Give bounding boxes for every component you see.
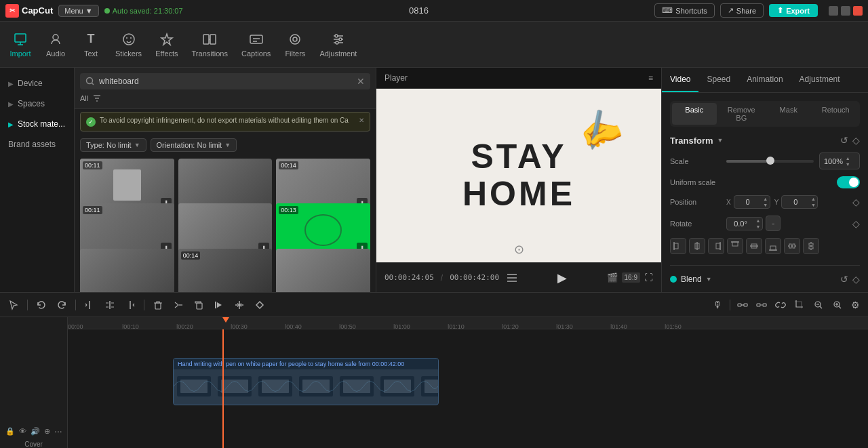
timeline-zoom-out-button[interactable]: [810, 298, 827, 312]
scale-down-button[interactable]: ▼: [844, 161, 851, 167]
video-thumb-9[interactable]: [276, 249, 370, 292]
tool-text[interactable]: T Text: [73, 28, 108, 62]
undo-button[interactable]: [33, 298, 50, 312]
pos-y-up[interactable]: ▲: [809, 196, 817, 202]
track-lock-icon[interactable]: 🔒: [5, 426, 15, 436]
align-distribute-v-button[interactable]: [803, 238, 819, 254]
maximize-button[interactable]: [841, 6, 850, 16]
keyframe-button[interactable]: [252, 298, 268, 312]
shortcuts-button[interactable]: ⌨ Shortcuts: [654, 3, 714, 18]
warning-close-button[interactable]: ✕: [359, 117, 364, 124]
align-left-button[interactable]: [670, 238, 686, 254]
timeline-link-button[interactable]: [772, 298, 789, 312]
blend-reset-button[interactable]: ↺: [840, 274, 848, 285]
timeline-connect-button[interactable]: [734, 298, 751, 312]
tab-animation[interactable]: Animation: [738, 68, 791, 92]
select-tool-button[interactable]: [5, 298, 22, 312]
nav-spaces[interactable]: ▶ Spaces: [0, 94, 74, 114]
export-button[interactable]: ⬆ Export: [769, 4, 818, 17]
align-center-v-button[interactable]: [746, 238, 762, 254]
tool-filters[interactable]: Filters: [277, 28, 313, 62]
tab-video[interactable]: Video: [662, 68, 698, 92]
player-menu-button[interactable]: ≡: [648, 73, 653, 83]
orientation-filter[interactable]: Orientation: No limit ▼: [151, 138, 237, 152]
position-x-input[interactable]: ▲ ▼: [734, 195, 770, 209]
align-top-button[interactable]: [727, 238, 743, 254]
tab-speed[interactable]: Speed: [698, 68, 738, 92]
delete-button[interactable]: [150, 298, 166, 312]
split-prev-button[interactable]: [81, 298, 98, 312]
timeline-unlink-button[interactable]: [753, 298, 770, 312]
type-filter[interactable]: Type: No limit ▼: [80, 138, 146, 152]
sub-tab-basic[interactable]: Basic: [672, 103, 717, 125]
tool-audio[interactable]: Audio: [38, 28, 73, 62]
track-visibility-icon[interactable]: 👁: [19, 426, 26, 436]
play-from-here-button[interactable]: [211, 298, 227, 312]
align-distribute-h-button[interactable]: [784, 238, 800, 254]
transform-diamond-button[interactable]: ◇: [852, 135, 860, 146]
warning-text: To avoid copyright infringement, do not …: [100, 117, 349, 124]
pip-button[interactable]: 🎬: [607, 272, 618, 283]
redo-button[interactable]: [54, 298, 70, 312]
tool-import[interactable]: Import: [3, 28, 38, 62]
rotate-down[interactable]: ▼: [754, 224, 762, 230]
crop-button[interactable]: [791, 298, 808, 312]
play-button[interactable]: ▶: [557, 270, 567, 285]
timeline-settings-button[interactable]: ⚙: [848, 298, 863, 312]
tool-stickers[interactable]: Stickers: [108, 28, 149, 62]
freeze-button[interactable]: [231, 298, 248, 312]
position-diamond-button[interactable]: ◇: [852, 197, 860, 207]
align-bottom-button[interactable]: [765, 238, 781, 254]
track-add-icon[interactable]: ⊕: [44, 426, 50, 436]
rotate-input[interactable]: ▲ ▼: [726, 217, 763, 230]
tab-adjustment[interactable]: Adjustment: [791, 68, 848, 92]
rotate-up[interactable]: ▲: [754, 218, 762, 224]
tool-adjustment[interactable]: Adjustment: [313, 28, 363, 62]
scale-value[interactable]: 100% ▲ ▼: [819, 152, 860, 169]
search-clear-button[interactable]: ✕: [357, 76, 365, 87]
timeline-icon[interactable]: [506, 272, 518, 284]
search-input[interactable]: [99, 77, 353, 86]
video-thumb-7[interactable]: [80, 249, 174, 292]
timeline-zoom-in-button[interactable]: [829, 298, 846, 312]
blend-diamond-button[interactable]: ◇: [852, 274, 860, 285]
pos-x-down[interactable]: ▼: [762, 202, 770, 208]
uniform-scale-toggle[interactable]: [837, 176, 860, 188]
track-more-icon[interactable]: ···: [54, 426, 62, 436]
cut-left-button[interactable]: [170, 298, 186, 312]
record-button[interactable]: 🎙: [711, 298, 726, 312]
pos-x-up[interactable]: ▲: [762, 196, 770, 202]
nav-stock-materials[interactable]: ▶ Stock mate...: [0, 114, 74, 134]
sub-tab-remove-bg[interactable]: Remove BG: [719, 103, 764, 125]
split-next-button[interactable]: [122, 298, 138, 312]
split-button[interactable]: [102, 298, 118, 312]
menu-button[interactable]: Menu ▼: [58, 5, 98, 17]
fullscreen-button[interactable]: ⛶: [644, 272, 653, 283]
copy-button[interactable]: [191, 298, 207, 312]
minimize-button[interactable]: [829, 6, 838, 16]
tool-captions[interactable]: Captions: [235, 28, 277, 62]
tool-transitions[interactable]: Transitions: [185, 28, 235, 62]
filter-icon[interactable]: [92, 94, 102, 103]
video-thumb-8[interactable]: 00:14: [178, 249, 273, 292]
pos-y-down[interactable]: ▼: [809, 202, 817, 208]
align-center-h-button[interactable]: [689, 238, 705, 254]
align-right-button[interactable]: [708, 238, 724, 254]
close-button[interactable]: [853, 6, 863, 16]
tool-effects[interactable]: Effects: [149, 28, 184, 62]
sub-tab-retouch[interactable]: Retouch: [814, 103, 859, 125]
sub-tab-mask[interactable]: Mask: [766, 103, 811, 125]
scale-up-button[interactable]: ▲: [844, 155, 851, 161]
track-audio-icon[interactable]: 🔊: [31, 426, 40, 436]
nav-brand-assets[interactable]: Brand assets: [0, 134, 74, 155]
transform-reset-button[interactable]: ↺: [840, 135, 848, 146]
rotate-dash-button[interactable]: -: [766, 216, 781, 231]
video-clip[interactable]: Hand writing with pen on white paper for…: [173, 358, 439, 405]
rotate-diamond-button[interactable]: ◇: [852, 218, 860, 229]
share-button[interactable]: ↗ Share: [720, 3, 764, 18]
nav-device[interactable]: ▶ Device: [0, 73, 74, 94]
filter-all-label[interactable]: All: [80, 94, 88, 102]
scale-slider[interactable]: [726, 160, 814, 163]
ratio-button[interactable]: 16:9: [622, 272, 640, 283]
position-y-input[interactable]: ▲ ▼: [781, 195, 818, 209]
